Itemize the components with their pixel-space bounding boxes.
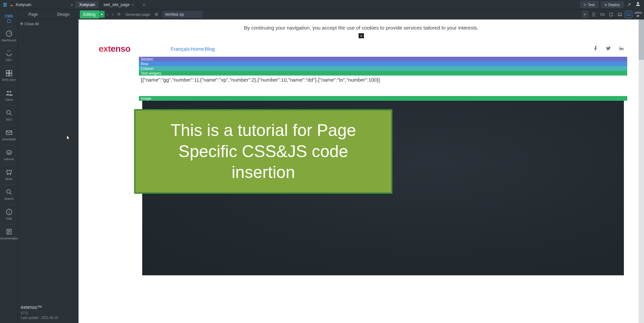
svg-rect-3 bbox=[9, 71, 11, 73]
gauge-icon: Dashboard bbox=[1, 39, 16, 42]
svg-rect-16 bbox=[610, 13, 612, 16]
svg-rect-2 bbox=[6, 71, 8, 73]
sec-page[interactable]: Page bbox=[18, 10, 48, 19]
test-button[interactable]: ▷ Test bbox=[580, 1, 598, 8]
mail-icon: DirectMail bbox=[2, 138, 15, 141]
deploy-icon: ⎋ bbox=[605, 3, 607, 7]
brand-updated: Last update : 2021-05-25 bbox=[21, 316, 58, 320]
brand-name: extenso™ bbox=[21, 304, 58, 311]
grid-icon: SITE-DEV bbox=[2, 78, 16, 82]
info-icon: Help bbox=[6, 217, 12, 220]
label-column[interactable]: Column bbox=[139, 66, 627, 71]
svg-rect-0 bbox=[7, 19, 10, 22]
svg-point-10 bbox=[6, 190, 10, 193]
svg-rect-17 bbox=[618, 13, 621, 15]
play-icon: ▷ bbox=[584, 2, 587, 7]
tab-label: sed_site_page bbox=[103, 2, 129, 7]
ad-icon: Adnove bbox=[4, 157, 14, 161]
tab-sed-site-page[interactable]: sed_site_page × bbox=[99, 1, 138, 8]
rail-adnove[interactable]: ad Adnove bbox=[0, 146, 18, 164]
settings-gear-icon[interactable]: ⚙ bbox=[153, 11, 160, 18]
svg-rect-4 bbox=[6, 74, 8, 76]
cookie-text: By continuing your navigation, you accep… bbox=[85, 25, 637, 31]
svg-rect-18 bbox=[627, 13, 631, 15]
label-image[interactable]: Image bbox=[139, 96, 627, 101]
nav-blog[interactable]: Blog bbox=[205, 46, 215, 52]
project-name: Xueyuan bbox=[15, 2, 31, 7]
linkedin-icon[interactable] bbox=[619, 46, 624, 52]
svg-text:i: i bbox=[8, 210, 9, 215]
scrollbar-track[interactable] bbox=[639, 19, 644, 323]
zoom-level[interactable]: 100% ⇄ bbox=[634, 11, 642, 17]
doc-icon: Documentation bbox=[0, 237, 19, 240]
cart-icon: Store bbox=[5, 177, 13, 181]
nav-home[interactable]: Home bbox=[191, 46, 204, 52]
search-icon: SEO bbox=[6, 118, 12, 121]
rail-dev[interactable]: DEV bbox=[0, 47, 18, 65]
device-desktop-icon[interactable] bbox=[625, 11, 632, 18]
device-phone-landscape-icon[interactable] bbox=[599, 11, 606, 18]
editing-dropdown[interactable]: ▾ bbox=[99, 11, 105, 18]
collapse-left-icon[interactable]: « bbox=[71, 2, 73, 7]
user-icon[interactable] bbox=[635, 1, 641, 8]
brand-version: V7.0 bbox=[21, 311, 58, 316]
device-laptop-icon[interactable] bbox=[616, 11, 624, 18]
url-select-dropdown[interactable]: ▾ bbox=[582, 11, 588, 18]
deploy-button[interactable]: ⎋ Deploy bbox=[601, 1, 624, 8]
deploy-label: Deploy bbox=[608, 3, 620, 7]
rail-dashboard[interactable]: Dashboard bbox=[0, 27, 18, 45]
nav-forward-button[interactable]: › bbox=[110, 11, 115, 18]
close-icon[interactable]: × bbox=[131, 3, 133, 7]
url-field[interactable]: /en/test-xp bbox=[162, 11, 203, 18]
scrollbar-thumb[interactable] bbox=[639, 19, 644, 60]
rail-cms[interactable]: CMS bbox=[0, 11, 18, 26]
device-tablet-icon[interactable] bbox=[607, 11, 615, 18]
generate-page-button[interactable]: Generate page bbox=[123, 11, 153, 18]
users-icon: Client bbox=[5, 98, 13, 101]
label-test-widgets[interactable]: Test widgets bbox=[139, 71, 627, 76]
rail-help[interactable]: i Help bbox=[0, 205, 18, 224]
svg-rect-14 bbox=[593, 12, 595, 16]
external-link-icon[interactable]: ↗ bbox=[626, 1, 632, 8]
tutorial-overlay: This is a tutorial for Page Specific CSS… bbox=[134, 109, 392, 194]
test-label: Test bbox=[588, 3, 595, 7]
cookie-close-button[interactable]: ✕ bbox=[359, 33, 364, 38]
facebook-icon[interactable] bbox=[593, 46, 598, 52]
cookie-banner: By continuing your navigation, you accep… bbox=[78, 19, 644, 42]
app-logo-icon bbox=[3, 2, 7, 7]
search-icon: Search bbox=[4, 197, 14, 200]
wrench-icon: DEV bbox=[6, 58, 12, 62]
editing-button[interactable]: Editing bbox=[80, 10, 99, 18]
brand-footer: extenso™ V7.0 Last update : 2021-05-25 bbox=[21, 304, 58, 320]
nav-francais[interactable]: Français bbox=[171, 46, 190, 52]
add-tab-button[interactable]: ＋ bbox=[138, 0, 150, 9]
tutorial-text: This is a tutorial for Page Specific CSS… bbox=[148, 120, 379, 183]
svg-rect-15 bbox=[601, 13, 604, 15]
svg-text:ad: ad bbox=[7, 151, 11, 154]
rail-documentation[interactable]: Documentation bbox=[0, 225, 18, 243]
rail-search[interactable]: Search bbox=[0, 186, 18, 204]
tab-xueyuan[interactable]: Xueyuan bbox=[75, 1, 99, 8]
tab-label: Xueyuan bbox=[79, 2, 95, 7]
site-logo[interactable]: extenso bbox=[99, 44, 130, 54]
rail-sitedev[interactable]: SITE-DEV bbox=[0, 67, 18, 85]
rail-seo[interactable]: SEO bbox=[0, 106, 18, 125]
nav-back-button[interactable]: ‹ bbox=[105, 11, 110, 18]
svg-rect-5 bbox=[9, 74, 11, 76]
label-section[interactable]: Section bbox=[139, 57, 627, 61]
globe-icon: ⊕ bbox=[20, 21, 23, 26]
widget-json-output: [{"name":"gg","number":1},{"name":"xp","… bbox=[139, 76, 627, 96]
device-phone-icon[interactable] bbox=[590, 11, 597, 18]
label-row[interactable]: Row bbox=[139, 61, 627, 66]
twitter-icon[interactable] bbox=[606, 46, 611, 52]
close-all-label: Close All bbox=[24, 22, 39, 26]
rail-directmail[interactable]: DirectMail bbox=[0, 126, 18, 144]
cloud-sync-icon: ☁ bbox=[9, 2, 13, 7]
rail-store[interactable]: Store bbox=[0, 166, 18, 184]
rail-client[interactable]: Client bbox=[0, 87, 18, 105]
svg-point-6 bbox=[6, 110, 10, 114]
sec-design[interactable]: Design bbox=[48, 10, 78, 19]
resize-icon: ⇄ bbox=[637, 14, 639, 17]
close-all-button[interactable]: ⊕ Close All bbox=[20, 21, 76, 26]
refresh-button[interactable]: ⟳ bbox=[115, 11, 123, 18]
